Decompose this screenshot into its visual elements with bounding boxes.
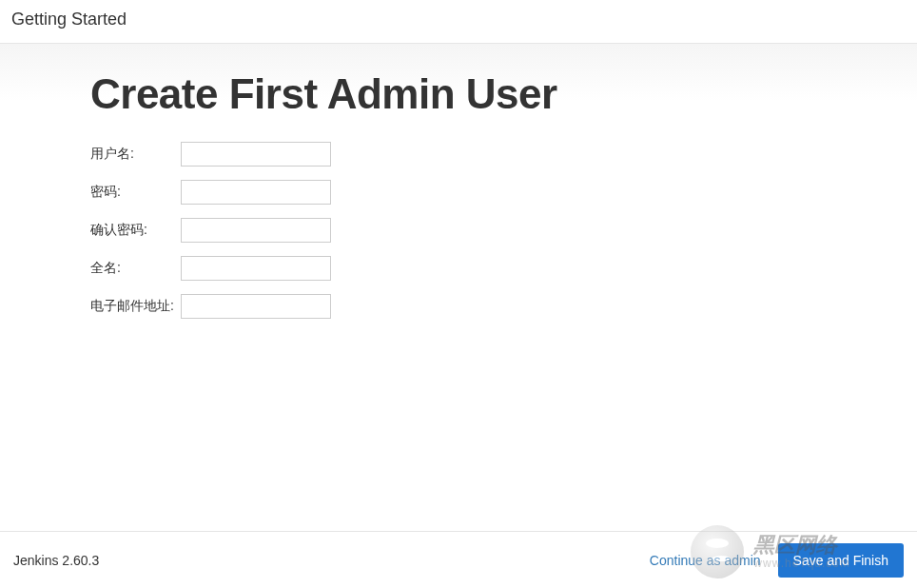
save-and-finish-button[interactable]: Save and Finish [778, 543, 904, 578]
form-row-email: 电子邮件地址: [90, 294, 917, 319]
confirm-password-label: 确认密码: [90, 222, 181, 239]
form-row-fullname: 全名: [90, 256, 917, 281]
setup-header: Getting Started [0, 0, 917, 44]
form-row-password: 密码: [90, 180, 917, 205]
username-input[interactable] [181, 142, 331, 167]
password-label: 密码: [90, 184, 181, 201]
email-input[interactable] [181, 294, 331, 319]
continue-as-admin-link[interactable]: Continue as admin [650, 553, 761, 568]
version-text: Jenkins 2.60.3 [13, 553, 99, 568]
main-container: Create First Admin User 用户名: 密码: 确认密码: 全… [0, 44, 917, 529]
confirm-password-input[interactable] [181, 218, 331, 243]
setup-footer: Jenkins 2.60.3 Continue as admin Save an… [0, 531, 917, 588]
form-row-confirm-password: 确认密码: [90, 218, 917, 243]
header-title: Getting Started [11, 10, 127, 29]
fullname-input[interactable] [181, 256, 331, 281]
fullname-label: 全名: [90, 260, 181, 277]
password-input[interactable] [181, 180, 331, 205]
footer-actions: Continue as admin Save and Finish [650, 543, 904, 578]
content-area: Create First Admin User 用户名: 密码: 确认密码: 全… [0, 44, 917, 319]
username-label: 用户名: [90, 146, 181, 163]
email-label: 电子邮件地址: [90, 298, 181, 315]
page-title: Create First Admin User [90, 70, 917, 118]
form-row-username: 用户名: [90, 142, 917, 167]
